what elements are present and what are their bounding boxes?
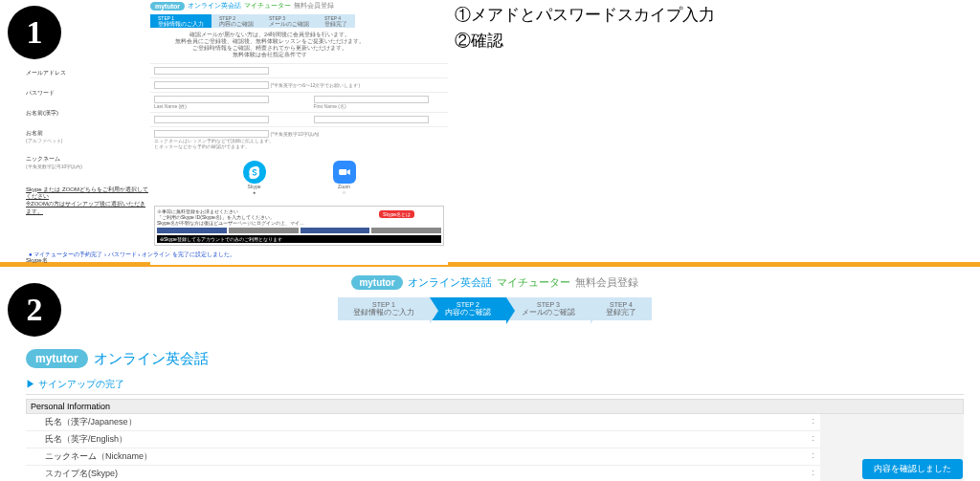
table-row: スカイプ名(Skype): xyxy=(26,466,820,481)
instruction-overlay: ①メアドとパスワードスカイプ入力 ②確認 xyxy=(455,2,715,54)
skype-icon[interactable] xyxy=(243,161,266,184)
row-password: (*半角英字かつ6〜12文字でお願いします) xyxy=(150,77,448,92)
table-row: ニックネーム（Nickname）: xyxy=(26,448,820,466)
table-row: 氏名（漢字/Japanese）: xyxy=(26,414,820,431)
step-4: STEP 4登録完了 xyxy=(317,14,355,28)
password-input[interactable] xyxy=(154,81,269,89)
personal-info-header: Personal Information xyxy=(26,399,964,414)
signup-heading: ▶ サインアップの完了 xyxy=(26,378,964,395)
step-3: STEP 3メールのご確認 xyxy=(261,14,317,28)
signup-note: 確認メールが届かない方は、24時間後に会員登録を行います。 無料会員にご登録後、… xyxy=(160,32,380,59)
table-row: 氏名（英字/English）: xyxy=(26,431,820,448)
instruction-line-2: ②確認 xyxy=(455,28,715,54)
lastname-input[interactable] xyxy=(154,96,269,103)
page-label-2: 無料会員登録 xyxy=(575,275,638,290)
step-indicator-large: STEP 1登録情報のご入力 STEP 2内容のご確認 STEP 3メールのご確… xyxy=(26,297,964,320)
pi-colon: : xyxy=(179,431,820,448)
brand-subtitle: マイチューター xyxy=(244,1,291,11)
panel-signup-form: mytutor オンライン英会話 マイチューター 無料会員登録 STEP 1登録… xyxy=(26,0,448,247)
step-2: STEP 2内容のご確認 xyxy=(212,14,261,28)
breadcrumb[interactable]: ● マイチューターの予約完了 › パスワード › オンライン を完了に設定しまし… xyxy=(29,251,235,259)
step-1: STEP 1登録情報のご入力 xyxy=(150,14,212,28)
pi-label-skype: スカイプ名(Skype) xyxy=(26,466,179,481)
pi-colon: : xyxy=(179,448,820,465)
brand-title-2: オンライン英会話 xyxy=(408,275,492,290)
pi-colon: : xyxy=(179,414,820,430)
brand-row-large: mytutor オンライン英会話 xyxy=(26,349,964,368)
firstname-hint: First Name (名) xyxy=(314,103,445,109)
email-input[interactable] xyxy=(154,67,269,75)
pi-label-name-en: 氏名（英字/English） xyxy=(26,431,179,448)
social-bar xyxy=(157,228,441,233)
label-email: メールアドレス xyxy=(26,69,150,77)
skype-radio[interactable]: ● xyxy=(243,189,266,195)
brand-title-large: オンライン英会話 xyxy=(94,350,209,368)
instruction-line-1: ①メアドとパスワードスカイプ入力 xyxy=(455,2,715,28)
logo: mytutor xyxy=(351,275,402,290)
panel1-header: mytutor オンライン英会話 マイチューター 無料会員登録 xyxy=(26,0,448,11)
pi-colon: : xyxy=(179,466,820,481)
form-fields-column: (*半角英字かつ6〜12文字でお願いします) Last Name (姓) Fir… xyxy=(150,63,448,265)
firstname-input[interactable] xyxy=(314,96,429,103)
label-name: お名前(漢字) xyxy=(26,109,150,118)
row-email xyxy=(150,63,448,77)
step-indicator-small: STEP 1登録情報のご入力 STEP 2内容のご確認 STEP 3メールのご確… xyxy=(150,14,448,28)
zoom-radio[interactable]: ○ xyxy=(333,189,356,195)
skypeid-box: ※事前に無料登録をお済ませください 「ご利用のSkype ID(Skype名)」… xyxy=(154,206,444,246)
panel2-header: mytutor オンライン英会話 マイチューター 無料会員登録 xyxy=(26,272,964,294)
label-roman: お名前(アルファベット) xyxy=(26,129,150,143)
form-labels-column: メールアドレス パスワード お名前(漢字) お名前(アルファベット) ニックネー… xyxy=(26,63,150,265)
label-password: パスワード xyxy=(26,89,150,98)
logo-large: mytutor xyxy=(26,349,88,368)
page-label: 無料会員登録 xyxy=(294,1,334,11)
password-hint: (*半角英字かつ6〜12文字でお願いします) xyxy=(271,82,361,88)
step2-1: STEP 1登録情報のご入力 xyxy=(338,297,430,320)
label-nickname: ニックネーム(半角英数字記号10字以内) xyxy=(26,155,150,169)
row-roman xyxy=(150,112,448,126)
lastname-hint: Last Name (姓) xyxy=(154,103,285,109)
step2-4: STEP 4登録完了 xyxy=(590,297,652,320)
row-name: Last Name (姓) First Name (名) xyxy=(150,92,448,112)
zoom-icon[interactable] xyxy=(333,161,356,184)
row-nickname: (*半角英数字10字以内) ニックネームはレッスン予約などで講師に伝えします。 … xyxy=(150,126,448,152)
pi-label-name-jp: 氏名（漢字/Japanese） xyxy=(26,414,179,430)
skypeid-bubble[interactable]: Skype名とは xyxy=(379,210,414,218)
logo-mini: mytutor xyxy=(150,2,185,11)
pi-label-nickname: ニックネーム（Nickname） xyxy=(26,448,179,465)
lastname-roman-input[interactable] xyxy=(154,116,269,123)
step2-2: STEP 2内容のご確認 xyxy=(430,297,506,320)
row-camera: Skype ● Zoom ○ xyxy=(150,152,448,204)
camera-select-link[interactable]: Skype または ZOOMどちらをご利用か選択してください※ZOOMの方はサイ… xyxy=(26,186,150,216)
firstname-roman-input[interactable] xyxy=(314,116,429,123)
step2-3: STEP 3メールのご確認 xyxy=(506,297,590,320)
skypeid-warning: ※Skype登録してるアカウントでのみのご利用となります xyxy=(157,235,441,243)
brand-subtitle-2: マイチューター xyxy=(497,275,570,290)
nickname-hint2: ニックネームはレッスン予約などで講師に伝えします。 ヒネッターなどから予約の確認… xyxy=(154,138,444,149)
confirm-button[interactable]: 内容を確認しました xyxy=(862,459,963,479)
nickname-hint1: (*半角英数字10字以内) xyxy=(271,131,320,137)
nickname-input[interactable] xyxy=(154,130,269,138)
panel-confirm: mytutor オンライン英会話 マイチューター 無料会員登録 STEP 1登録… xyxy=(26,272,964,481)
brand-title: オンライン英会話 xyxy=(188,1,241,11)
